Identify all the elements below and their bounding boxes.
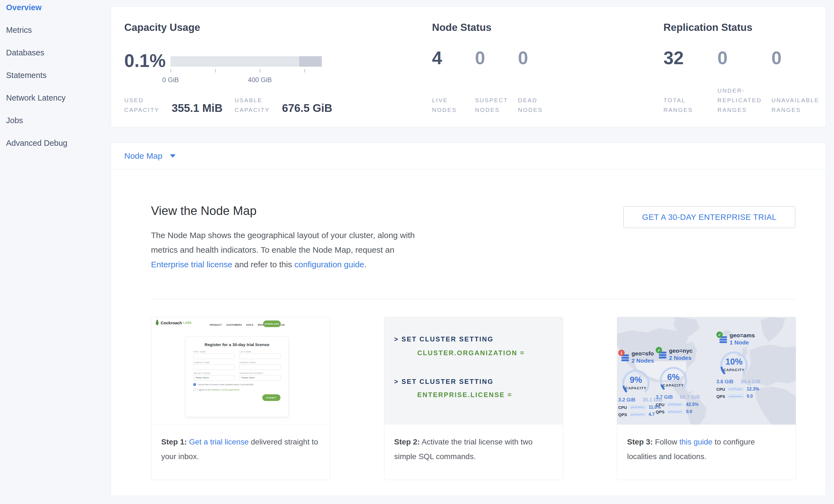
capacity-percent: 10% (717, 357, 751, 367)
sql-command-2: > SET CLUSTER SETTING (394, 378, 494, 386)
main-content: Capacity Usage 0.1% 0 GiB 400 GiB USED C… (111, 0, 826, 496)
node-map-description: The Node Map shows the geographical layo… (151, 228, 428, 272)
mini-project-phase-select: Please Select (193, 375, 235, 380)
sidebar-item-metrics[interactable]: Metrics (0, 19, 111, 41)
cpu-sparkline (667, 402, 683, 407)
step-3-caption: Step 3: Follow this guide to configure l… (617, 425, 796, 464)
sidebar-item-jobs[interactable]: Jobs (0, 109, 111, 132)
mini-company-email-label: COMPANY EMAIL (239, 361, 281, 364)
cluster-summary-panel: Capacity Usage 0.1% 0 GiB 400 GiB USED C… (111, 6, 826, 127)
capacity-usage-title: Capacity Usage (124, 22, 200, 34)
sql-command-1: > SET CLUSTER SETTING (394, 335, 494, 343)
mini-updates-checkbox: ✓ (193, 383, 196, 386)
mini-nav-docs: DOCS (246, 324, 254, 326)
mini-company-email-field (239, 364, 281, 370)
description-text: and refer to this (232, 260, 294, 269)
get-trial-license-link[interactable]: Get a trial license (189, 438, 248, 446)
locality-used-capacity: 3.6 GiB (716, 379, 733, 385)
qps-sparkline (630, 413, 646, 416)
caption-text (187, 438, 189, 446)
get-enterprise-trial-button[interactable]: GET A 30-DAY ENTERPRISE TRIAL (623, 206, 795, 228)
sidebar-item-advanced-debug[interactable]: Advanced Debug (0, 132, 111, 154)
mini-site-brand-name: Cockroach (161, 321, 182, 325)
mini-download-button: DOWNLOAD (263, 321, 281, 327)
unavailable-ranges-label: UNAVAILABLE RANGES (771, 95, 826, 115)
cpu-label: CPU (716, 387, 728, 392)
cpu-value: 12.3% (747, 387, 759, 392)
page-title: View the Node Map (151, 204, 257, 218)
mini-submit-button: SUBMIT (262, 394, 281, 401)
mini-last-name-label: LAST NAME (239, 351, 281, 353)
mini-nav-customers: CUSTOMERS (226, 324, 242, 326)
trial-steps-row: Cockroach LABS PRODUCT CUSTOMERS DOCS RE… (151, 317, 796, 480)
capacity-axis-label-400: 400 GiB (248, 76, 272, 84)
cpu-sparkline (630, 406, 646, 409)
step-1-card: Cockroach LABS PRODUCT CUSTOMERS DOCS RE… (151, 317, 330, 480)
under-replicated-ranges-label: UNDER-REPLICATED RANGES (718, 86, 771, 115)
replication-status-values: 32 0 0 (663, 47, 826, 68)
usable-capacity-label: USABLE CAPACITY (235, 95, 282, 115)
mini-nav-product: PRODUCT (210, 324, 222, 326)
mini-updates-checkbox-label: I would like to receive email updates ab… (198, 383, 254, 386)
mini-sla-checkbox (193, 389, 196, 391)
mini-reason-select: Please Select (239, 375, 281, 380)
registration-screenshot: Cockroach LABS PRODUCT CUSTOMERS DOCS RE… (151, 317, 330, 425)
cpu-label: CPU (656, 402, 667, 407)
locality-name: geo=ams (729, 332, 755, 339)
capacity-bar-reserved-segment (299, 56, 322, 67)
dead-nodes-value: 0 (518, 47, 561, 68)
description-text: . (364, 260, 367, 269)
locality-total-capacity: 65.7 GiB (680, 394, 700, 400)
cockroach-logo-icon (155, 320, 159, 325)
mini-site-brand-suffix: LABS (183, 321, 192, 324)
this-guide-link[interactable]: this guide (679, 438, 712, 446)
replication-status-labels: TOTAL RANGES UNDER-REPLICATED RANGES UNA… (663, 78, 826, 115)
step-2-caption: Step 2: Activate the trial license with … (385, 425, 563, 464)
sidebar-item-statements[interactable]: Statements (0, 64, 111, 87)
capacity-stats-row: USED CAPACITY 355.1 MiB USABLE CAPACITY … (124, 95, 332, 115)
cpu-sparkline (728, 387, 744, 391)
sidebar-item-overview[interactable]: Overview (0, 0, 111, 19)
configuration-guide-link[interactable]: configuration guide (294, 260, 364, 269)
qps-sparkline (728, 394, 744, 398)
replication-status-title: Replication Status (663, 22, 752, 34)
node-map-placeholder: View the Node Map The Node Map shows the… (111, 170, 826, 496)
mini-first-name-label: FIRST NAME (193, 351, 235, 353)
qps-label: QPS (656, 410, 667, 414)
capacity-gauge: 9% CAPACITY (619, 366, 653, 400)
qps-value: 4.7 (649, 412, 655, 417)
node-map-panel: Node Map View the Node Map The Node Map … (111, 143, 826, 496)
step-3-card: 1 geo=sfo 2 Nodes (617, 317, 796, 480)
capacity-label: CAPACITY (717, 368, 751, 372)
view-selector-label: Node Map (124, 151, 162, 161)
view-selector-dropdown[interactable]: Node Map (111, 143, 826, 170)
locality-node-count: 2 Nodes (669, 355, 692, 361)
live-nodes-value: 4 (432, 47, 475, 68)
capacity-axis-ticks (171, 69, 322, 73)
caption-text: Follow (653, 438, 679, 446)
live-nodes-label: LIVE NODES (432, 95, 475, 115)
sidebar-item-databases[interactable]: Databases (0, 41, 111, 64)
sidebar-nav: Overview Metrics Databases Statements Ne… (0, 0, 111, 504)
capacity-percent: 9% (619, 375, 653, 385)
qps-label: QPS (716, 394, 728, 399)
capacity-label: CAPACITY (619, 386, 653, 390)
capacity-gauge: 6% CAPACITY (656, 363, 690, 397)
total-ranges-value: 32 (663, 47, 718, 68)
capacity-usage-bar (171, 56, 322, 67)
mini-first-name-field (193, 353, 235, 359)
mini-sla-checkbox-label: I agree to the (198, 389, 211, 391)
capacity-label: CAPACITY (656, 383, 690, 388)
used-capacity-value: 355.1 MiB (172, 102, 223, 115)
used-capacity-label: USED CAPACITY (124, 95, 172, 115)
sidebar-item-network-latency[interactable]: Network Latency (0, 87, 111, 109)
step-3-label: Step 3: (627, 438, 653, 446)
enterprise-trial-license-link[interactable]: Enterprise trial license (151, 260, 232, 269)
capacity-used-percent: 0.1% (124, 50, 166, 71)
node-status-title: Node Status (432, 22, 491, 34)
locality-node-count: 1 Node (729, 339, 749, 346)
sql-setting-1: CLUSTER.ORGANIZATION = (417, 349, 525, 357)
step-1-caption: Step 1: Get a trial license delivered st… (151, 425, 330, 464)
node-status-labels: LIVE NODES SUSPECT NODES DEAD NODES (432, 78, 561, 115)
step-2-card: > SET CLUSTER SETTING CLUSTER.ORGANIZATI… (384, 317, 563, 480)
